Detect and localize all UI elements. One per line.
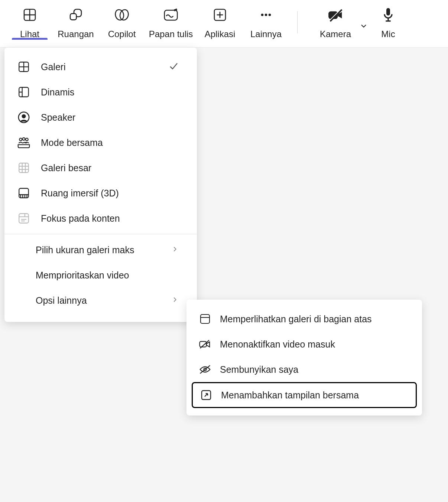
together-icon (17, 136, 30, 149)
content-focus-icon (17, 212, 30, 225)
dynamic-icon (17, 85, 30, 99)
toolbar-apps-button[interactable]: Aplikasi (197, 4, 243, 39)
chevron-right-icon (171, 245, 179, 255)
whiteboard-icon (163, 7, 179, 23)
immersive-icon (17, 186, 30, 200)
svg-point-11 (269, 14, 271, 16)
view-option-gallery-size[interactable]: Pilih ukuran galeri maks (4, 237, 197, 263)
view-option-large-gallery[interactable]: Galeri besar (4, 155, 197, 180)
svg-rect-29 (19, 163, 29, 173)
submenu-label: Menambahkan tampilan bersama (221, 390, 359, 401)
video-off-icon (198, 338, 212, 351)
view-option-immersive[interactable]: Ruang imersif (3D) (4, 180, 197, 206)
view-option-label: Memprioritaskan video (36, 270, 129, 281)
view-option-label: Pilih ukuran galeri maks (36, 245, 134, 255)
svg-point-9 (261, 14, 264, 16)
svg-point-25 (22, 115, 26, 118)
toolbar-apps-label: Aplikasi (205, 29, 236, 39)
camera-off-icon (327, 7, 344, 23)
rooms-icon (68, 7, 84, 23)
hide-me-icon (198, 363, 212, 376)
toolbar-view-button[interactable]: Lihat (7, 4, 53, 39)
toolbar-copilot-button[interactable]: Copilot (99, 4, 145, 39)
submenu-label: Menonaktifkan video masuk (220, 339, 335, 350)
submenu-disable-incoming-video[interactable]: Menonaktifkan video masuk (192, 332, 417, 357)
active-indicator (12, 38, 48, 40)
svg-point-27 (23, 138, 25, 140)
view-option-together[interactable]: Mode bersama (4, 130, 197, 155)
companion-icon (199, 388, 213, 402)
svg-rect-15 (386, 8, 390, 16)
view-option-content-focus[interactable]: Fokus pada konten (4, 206, 197, 231)
toolbar-camera-button[interactable]: Kamera (306, 4, 365, 39)
submenu-label: Memperlihatkan galeri di bagian atas (220, 314, 372, 325)
svg-rect-40 (201, 314, 210, 323)
view-option-dynamic[interactable]: Dinamis (4, 79, 197, 105)
submenu-add-companion[interactable]: Menambahkan tampilan bersama (192, 382, 417, 408)
submenu-hide-me[interactable]: Sembunyikan saya (192, 357, 417, 382)
view-option-label: Galeri besar (41, 163, 91, 173)
svg-point-26 (19, 138, 22, 141)
view-option-label: Galeri (41, 62, 66, 72)
grid-icon (17, 60, 30, 74)
view-option-more-options[interactable]: Opsi lainnya (4, 288, 197, 313)
view-option-speaker[interactable]: Speaker (4, 105, 197, 130)
svg-rect-3 (70, 14, 77, 20)
view-option-label: Fokus pada konten (41, 213, 120, 224)
view-dropdown: Galeri Dinamis Speaker Mode bersama Gale… (4, 48, 197, 322)
copilot-icon (114, 7, 130, 23)
chevron-right-icon (171, 296, 179, 305)
toolbar-more-button[interactable]: Lainnya (243, 4, 289, 39)
view-option-prioritize-video[interactable]: Memprioritaskan video (4, 263, 197, 288)
large-gallery-icon (17, 161, 30, 175)
speaker-icon (17, 111, 30, 124)
menu-divider (4, 234, 197, 234)
toolbar-mic-label: Mic (381, 29, 395, 39)
toolbar-rooms-button[interactable]: Ruangan (53, 4, 99, 39)
svg-point-5 (119, 9, 130, 21)
check-icon (168, 61, 179, 73)
svg-point-10 (265, 14, 267, 16)
meeting-toolbar: Lihat Ruangan Copilot Papan tulis Aplika… (0, 0, 448, 48)
view-option-label: Speaker (41, 112, 75, 123)
view-option-gallery[interactable]: Galeri (4, 54, 197, 79)
toolbar-more-label: Lainnya (250, 29, 282, 39)
view-option-label: Mode bersama (41, 137, 103, 148)
toolbar-whiteboard-button[interactable]: Papan tulis (145, 4, 197, 39)
view-option-label: Dinamis (41, 87, 74, 98)
apps-icon (212, 7, 228, 23)
more-options-submenu: Memperlihatkan galeri di bagian atas Men… (186, 300, 422, 415)
toolbar-mic-button[interactable]: Mic (365, 4, 411, 39)
toolbar-whiteboard-label: Papan tulis (149, 29, 193, 39)
view-option-label: Ruang imersif (3D) (41, 188, 119, 199)
svg-rect-35 (19, 213, 29, 223)
mic-icon (380, 7, 396, 23)
more-icon (258, 7, 274, 23)
submenu-label: Sembunyikan saya (220, 364, 298, 375)
view-option-label: Opsi lainnya (36, 295, 87, 306)
gallery-top-icon (198, 312, 212, 326)
toolbar-copilot-label: Copilot (108, 29, 136, 39)
toolbar-rooms-label: Ruangan (58, 29, 94, 39)
submenu-gallery-top[interactable]: Memperlihatkan galeri di bagian atas (192, 306, 417, 332)
svg-point-28 (26, 138, 28, 141)
grid-icon (22, 7, 38, 23)
toolbar-separator (297, 11, 298, 33)
svg-point-4 (114, 9, 125, 21)
toolbar-camera-label: Kamera (320, 29, 351, 39)
